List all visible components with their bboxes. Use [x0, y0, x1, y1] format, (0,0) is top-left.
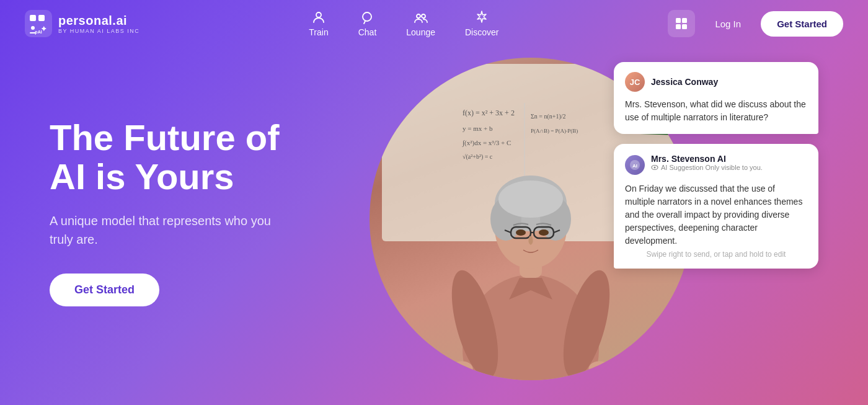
ai-chat-bubble: AI Mrs. Stevenson AI AI Suggestion Only …: [614, 144, 818, 269]
ai-suggestion-tag: AI Suggestion Only visible to you.: [651, 164, 763, 171]
ai-avatar: AI: [625, 155, 645, 175]
svg-rect-11: [682, 18, 687, 23]
hero-title: The Future of AI is Yours: [50, 117, 280, 197]
logo-area[interactable]: pAI personal.ai BY HUMAN AI LABS INC: [25, 10, 140, 37]
discover-label: Discover: [465, 27, 498, 37]
discover-icon: [474, 10, 489, 25]
hero-title-line1: The Future of: [50, 117, 280, 157]
svg-point-8: [417, 14, 420, 18]
svg-point-42: [654, 167, 656, 169]
user-avatar: JC: [625, 72, 645, 92]
logo-name: personal.ai: [58, 14, 140, 28]
chat-icon: [360, 10, 374, 25]
hero-subtitle: A unique model that represents who you t…: [50, 211, 273, 249]
svg-rect-2: [38, 15, 45, 21]
svg-point-6: [316, 12, 321, 17]
chat-label: Chat: [358, 27, 377, 37]
svg-point-34: [539, 229, 549, 236]
logo-text: personal.ai BY HUMAN AI LABS INC: [58, 14, 140, 34]
get-started-header-button[interactable]: Get Started: [761, 11, 843, 37]
svg-rect-12: [676, 24, 681, 29]
user-name: Jessica Conway: [651, 77, 718, 87]
teacher-figure-svg: [425, 113, 636, 380]
svg-point-27: [498, 180, 563, 218]
logo-icon: pAI: [25, 10, 52, 37]
chat-overlay: JC Jessica Conway Mrs. Stevenson, what d…: [614, 62, 818, 269]
logo-sub: BY HUMAN AI LABS INC: [58, 28, 140, 34]
get-started-hero-button[interactable]: Get Started: [50, 274, 159, 306]
svg-point-33: [516, 229, 526, 236]
nav-item-train[interactable]: Train: [309, 10, 328, 37]
hero-section: pAI personal.ai BY HUMAN AI LABS INC Tra…: [0, 0, 868, 405]
login-button[interactable]: Log In: [707, 14, 748, 34]
eye-icon: [651, 164, 658, 171]
lounge-icon: [414, 10, 428, 25]
hero-title-line2: AI is Yours: [50, 156, 234, 197]
suggestion-text: AI Suggestion Only visible to you.: [661, 164, 763, 171]
svg-rect-10: [676, 18, 681, 23]
nav-item-lounge[interactable]: Lounge: [406, 10, 435, 37]
ai-name-area: Mrs. Stevenson AI AI Suggestion Only vis…: [651, 154, 763, 176]
nav-item-chat[interactable]: Chat: [358, 10, 377, 37]
svg-rect-1: [30, 15, 36, 21]
main-nav: Train Chat: [309, 10, 498, 37]
lounge-label: Lounge: [406, 27, 435, 37]
svg-rect-13: [682, 24, 687, 29]
user-message: Mrs. Stevenson, what did we discuss abou…: [625, 98, 807, 124]
svg-point-9: [422, 14, 425, 18]
header: pAI personal.ai BY HUMAN AI LABS INC Tra…: [0, 0, 868, 47]
swipe-hint: Swipe right to send, or tap and hold to …: [625, 250, 807, 259]
grid-icon: [675, 17, 688, 30]
svg-text:AI: AI: [632, 163, 637, 169]
train-icon: [311, 10, 326, 25]
svg-point-3: [31, 26, 35, 30]
svg-text:pAI: pAI: [35, 30, 42, 35]
svg-point-7: [363, 12, 371, 21]
ai-name: Mrs. Stevenson AI: [651, 154, 763, 164]
hero-left: The Future of AI is Yours A unique model…: [50, 117, 280, 306]
nav-item-discover[interactable]: Discover: [465, 10, 498, 37]
user-chat-header: JC Jessica Conway: [625, 72, 807, 92]
user-chat-bubble: JC Jessica Conway Mrs. Stevenson, what d…: [614, 62, 818, 134]
train-label: Train: [309, 27, 328, 37]
header-right: Log In Get Started: [668, 10, 843, 37]
ai-chat-header: AI Mrs. Stevenson AI AI Suggestion Only …: [625, 154, 807, 176]
grid-icon-button[interactable]: [668, 10, 695, 37]
ai-message: On Friday we discussed that the use of m…: [625, 182, 807, 247]
